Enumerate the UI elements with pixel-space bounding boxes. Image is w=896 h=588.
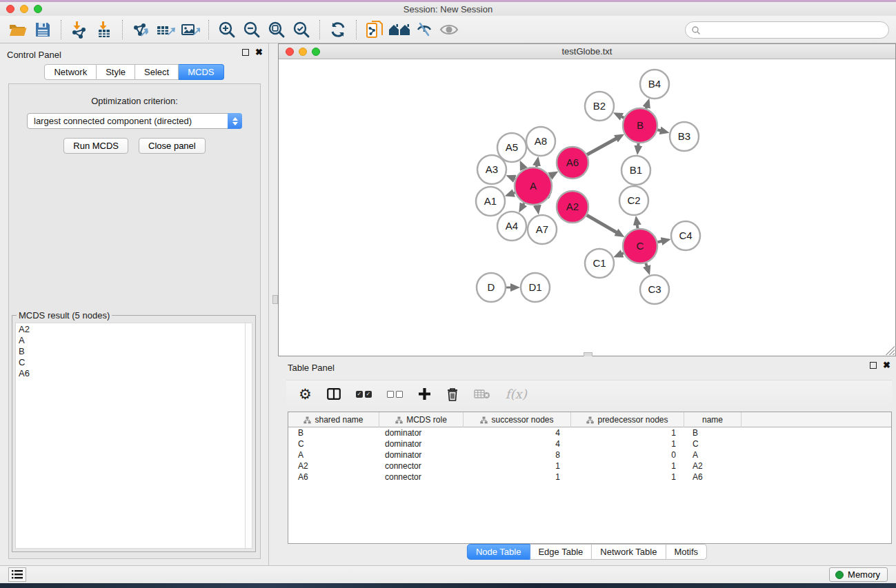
graph-node-C4[interactable]: C4	[671, 221, 700, 250]
close-panel-button[interactable]: Close panel	[139, 138, 206, 154]
unselect-all-columns-button[interactable]	[387, 384, 403, 405]
mcds-result-item[interactable]: A	[16, 336, 245, 347]
delete-column-button[interactable]	[446, 384, 459, 405]
graph-node-A3[interactable]: A3	[477, 155, 506, 184]
function-builder-button[interactable]: f(x)	[506, 384, 527, 405]
column-header-mcds-role[interactable]: MCDS role	[379, 412, 464, 427]
cell-successor-nodes[interactable]: 4	[464, 438, 571, 449]
table-row[interactable]: Cdominator41C	[288, 438, 891, 449]
graph-edge-B-B2[interactable]	[621, 116, 624, 118]
table-row[interactable]: A6connector11A6	[288, 472, 891, 483]
network-window-titlebar[interactable]: testGlobe.txt	[279, 44, 895, 59]
mcds-result-item[interactable]: B	[16, 347, 245, 358]
maximize-network-button[interactable]	[312, 48, 320, 56]
table-row[interactable]: Bdominator41B	[288, 427, 891, 438]
graph-edge-C-C3[interactable]	[646, 263, 647, 267]
mcds-result-item[interactable]: A6	[16, 369, 245, 380]
cell-predecessor-nodes[interactable]: 1	[571, 460, 684, 472]
cell-mcds-role[interactable]: dominator	[379, 449, 464, 460]
cell-shared-name[interactable]: A	[288, 449, 379, 460]
tab-network-table[interactable]: Network Table	[592, 544, 666, 560]
panel-menu-button[interactable]	[8, 567, 26, 582]
graph-edge-A-A1[interactable]	[513, 192, 515, 193]
cell-shared-name[interactable]: A2	[288, 460, 379, 472]
memory-indicator-button[interactable]: Memory	[829, 567, 888, 582]
table-row[interactable]: A2connector11A2	[288, 460, 891, 472]
graph-node-A5[interactable]: A5	[497, 133, 526, 162]
table-settings-button[interactable]: ⚙	[299, 384, 312, 405]
close-window-button[interactable]	[6, 5, 14, 13]
column-header-name[interactable]: name	[684, 412, 741, 427]
cell-name[interactable]: A2	[684, 460, 741, 472]
cell-predecessor-nodes[interactable]: 1	[571, 472, 684, 483]
graph-node-C3[interactable]: C3	[640, 275, 669, 304]
table-row[interactable]: Adominator80A	[288, 449, 891, 460]
graph-node-A6[interactable]: A6	[557, 147, 588, 179]
close-panel-icon[interactable]: ✖	[255, 49, 263, 56]
close-network-button[interactable]	[286, 48, 294, 56]
splitter-handle-vertical[interactable]	[272, 295, 278, 304]
graph-node-D1[interactable]: D1	[521, 273, 550, 302]
graph-edge-A2-C[interactable]	[587, 215, 617, 232]
graph-edge-B-B4[interactable]	[646, 107, 647, 109]
resize-grip[interactable]	[886, 346, 895, 355]
graph-edge-A6-B[interactable]	[587, 139, 617, 155]
float-panel-icon[interactable]	[242, 49, 249, 56]
column-header-shared-name[interactable]: shared name	[288, 412, 379, 427]
cell-successor-nodes[interactable]: 1	[464, 472, 571, 483]
graph-node-C1[interactable]: C1	[585, 249, 614, 278]
cell-shared-name[interactable]: B	[288, 427, 379, 438]
toggle-graphics-details-button[interactable]	[412, 18, 437, 41]
graph-edge-C-C1[interactable]	[621, 253, 624, 254]
search-box[interactable]	[685, 21, 889, 39]
zoom-selected-button[interactable]	[289, 18, 314, 41]
zoom-in-button[interactable]	[215, 18, 239, 41]
graph-node-A8[interactable]: A8	[526, 127, 555, 156]
graph-node-A[interactable]: A	[515, 168, 552, 205]
graph-node-B[interactable]: B	[623, 108, 657, 143]
select-all-columns-button[interactable]: ✓✓	[356, 384, 372, 405]
cell-mcds-role[interactable]: dominator	[379, 427, 464, 438]
cell-name[interactable]: A6	[684, 472, 741, 483]
cell-successor-nodes[interactable]: 1	[464, 460, 571, 472]
graph-node-B1[interactable]: B1	[621, 156, 650, 185]
minimize-window-button[interactable]	[20, 5, 28, 13]
cell-mcds-role[interactable]: dominator	[379, 438, 464, 449]
graph-node-D[interactable]: D	[477, 273, 506, 302]
cell-predecessor-nodes[interactable]: 0	[571, 449, 684, 460]
cell-successor-nodes[interactable]: 8	[464, 449, 571, 460]
graph-node-A7[interactable]: A7	[528, 215, 557, 244]
first-neighbors-button[interactable]	[387, 18, 412, 41]
graph-edge-C-C4[interactable]	[657, 241, 662, 242]
tab-style[interactable]: Style	[97, 64, 135, 80]
tab-motifs[interactable]: Motifs	[666, 544, 707, 560]
graph-edge-A-A4[interactable]	[524, 203, 524, 205]
graph-node-C2[interactable]: C2	[619, 186, 648, 215]
tab-node-table[interactable]: Node Table	[467, 544, 530, 560]
cell-shared-name[interactable]: C	[288, 438, 379, 449]
import-network-button[interactable]	[67, 18, 92, 41]
close-table-panel-icon[interactable]: ✖	[883, 362, 890, 369]
graph-edge-C-C2[interactable]	[637, 225, 638, 229]
mcds-result-list[interactable]: A2ABCA6	[15, 323, 245, 549]
cell-name[interactable]: A	[684, 449, 741, 460]
graph-node-C[interactable]: C	[623, 229, 657, 263]
graph-node-B2[interactable]: B2	[585, 92, 614, 121]
show-columns-button[interactable]	[327, 384, 341, 405]
column-header-predecessor-nodes[interactable]: predecessor nodes	[571, 412, 684, 427]
graph-node-A2[interactable]: A2	[557, 191, 588, 223]
graph-node-B3[interactable]: B3	[670, 122, 699, 151]
cell-name[interactable]: B	[684, 427, 741, 438]
graph-node-A4[interactable]: A4	[497, 212, 526, 241]
criterion-dropdown[interactable]: largest connected component (directed)	[27, 113, 242, 129]
tab-mcds[interactable]: MCDS	[179, 64, 223, 80]
cell-predecessor-nodes[interactable]: 1	[571, 427, 684, 438]
cell-mcds-role[interactable]: connector	[379, 472, 464, 483]
result-scrollbar[interactable]	[245, 323, 252, 549]
cell-mcds-role[interactable]: connector	[379, 460, 464, 472]
graph-node-A1[interactable]: A1	[476, 187, 505, 216]
cell-predecessor-nodes[interactable]: 1	[571, 438, 684, 449]
cell-name[interactable]: C	[684, 438, 741, 449]
mcds-result-item[interactable]: A2	[16, 325, 245, 336]
mcds-result-item[interactable]: C	[16, 358, 245, 369]
